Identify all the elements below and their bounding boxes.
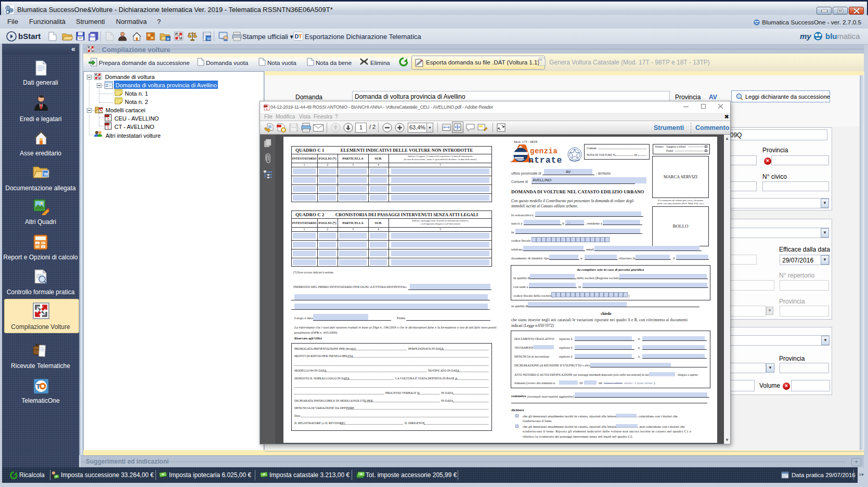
svg-text:W: W — [44, 172, 48, 177]
svg-text:genzia: genzia — [530, 147, 558, 155]
svg-text:+: + — [36, 242, 38, 245]
svg-text:W: W — [207, 36, 211, 41]
svg-text:T: T — [299, 33, 302, 40]
svg-text:w: w — [166, 37, 170, 41]
svg-text:ntrate: ntrate — [528, 155, 562, 165]
svg-text:=: = — [42, 245, 44, 248]
